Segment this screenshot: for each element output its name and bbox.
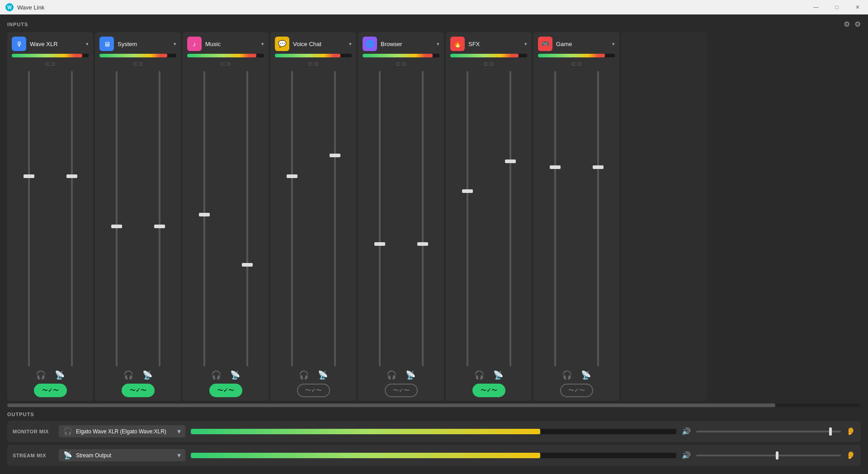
channel-dropdown-voice-chat[interactable]: ▾ [349,41,352,47]
channel-dropdown-music[interactable]: ▾ [261,41,264,47]
output-device-dropdown-stream-mix[interactable]: ▾ [177,451,181,460]
headphone-icon-music[interactable]: 🎧 [211,370,221,380]
channel-dropdown-browser[interactable]: ▾ [437,41,439,47]
wave-btn-voice-chat[interactable]: 〜✓〜 [297,384,330,397]
fader1-handle-browser[interactable] [374,242,385,246]
output-row-stream-mix: STREAM MIX 📡 Stream Output ▾ 🔊 👂 [7,445,861,466]
channel-icon-symbol: 🎙 [16,40,23,48]
channel-name-sfx: SFX [468,41,521,47]
output-fader-container-monitor-mix [696,431,841,432]
channel-name-music: Music [205,41,258,47]
fader1-handle-music[interactable] [199,213,210,216]
faders-music [187,69,264,368]
fader1-track [467,71,468,366]
output-meter-fill-stream-mix [191,453,540,458]
fader1-handle-wave-xlr[interactable] [24,174,34,178]
fader1-track [291,71,293,366]
broadcast-icon-voice-chat[interactable]: 📡 [318,370,328,380]
fader2-container-browser [406,71,439,366]
channel-name-browser: Browser [381,41,433,47]
output-row-monitor-mix: MONITOR MIX 🎧 Elgato Wave XLR (Elgato Wa… [7,421,861,442]
fader2-handle-music[interactable] [242,263,253,267]
channel-icon-symbol: 🖥 [104,40,110,48]
close-button[interactable]: ✕ [847,0,868,14]
wave-btn-system[interactable]: 〜✓〜 [122,384,155,397]
link-icon-wave-xlr[interactable]: ⊂⊃ [12,60,89,67]
fader2-track [597,71,599,366]
fader1-handle-game[interactable] [550,165,561,169]
broadcast-icon-wave-xlr[interactable]: 📡 [55,370,65,380]
broadcast-icon-game[interactable]: 📡 [581,370,591,380]
channel-bottom-voice-chat: 🎧 📡 〜✓〜 [275,370,352,397]
fader2-container-system [142,71,176,366]
output-fader-handle-stream-mix[interactable] [776,451,778,460]
channel-dropdown-system[interactable]: ▾ [174,41,176,47]
fader1-handle-system[interactable] [111,225,122,228]
link-icon-game[interactable]: ⊂⊃ [538,60,615,67]
headphone-icon-voice-chat[interactable]: 🎧 [299,370,309,380]
output-device-stream-mix[interactable]: 📡 Stream Output ▾ [59,449,185,461]
headphone-icon-sfx[interactable]: 🎧 [474,370,484,380]
monitor-controls-music: 🎧 📡 [211,370,240,380]
channel-music: ♪ Music ▾ ⊂⊃ 🎧 📡 〜✓〜 [183,32,269,401]
channel-dropdown-game[interactable]: ▾ [612,41,615,47]
channel-dropdown-sfx[interactable]: ▾ [524,41,527,47]
horizontal-scrollbar[interactable] [7,404,861,407]
link-icon-sfx[interactable]: ⊂⊃ [450,60,527,67]
broadcast-icon-music[interactable]: 📡 [230,370,240,380]
level-meter-fill-system [99,54,167,57]
fader2-handle-voice-chat[interactable] [330,154,340,157]
output-headphone-monitor-mix[interactable]: 👂 [846,427,855,436]
fader2-handle-browser[interactable] [417,242,428,246]
level-meter-music [187,54,264,57]
fader2-track [334,71,336,366]
link-icon-voice-chat[interactable]: ⊂⊃ [275,60,352,67]
channel-icon-voice-chat: 💬 [275,37,289,51]
output-fader-stream-mix[interactable] [696,455,841,456]
output-fader-monitor-mix[interactable] [696,431,841,432]
fader2-handle-system[interactable] [154,225,165,228]
window-controls: — □ ✕ [806,0,868,14]
channel-dropdown-wave-xlr[interactable]: ▾ [86,41,89,47]
channel-icon-game: 🎮 [538,37,552,51]
broadcast-icon-system[interactable]: 📡 [142,370,152,380]
headphone-icon-game[interactable]: 🎧 [562,370,572,380]
maximize-button[interactable]: □ [826,0,847,14]
link-icon-system[interactable]: ⊂⊃ [99,60,176,67]
fader2-handle-game[interactable] [593,165,604,169]
link-icon-browser[interactable]: ⊂⊃ [363,60,439,67]
headphone-icon-system[interactable]: 🎧 [123,370,133,380]
minimize-button[interactable]: — [806,0,826,14]
fader2-handle-sfx[interactable] [505,160,516,163]
output-headphone-stream-mix[interactable]: 👂 [846,451,855,460]
wave-btn-game[interactable]: 〜✓〜 [560,384,593,397]
app-window: W Wave Link — □ ✕ INPUTS ⚙ ⚙ 🎙 Wave XLR … [0,0,868,474]
broadcast-icon-browser[interactable]: 📡 [406,370,415,380]
fader2-handle-wave-xlr[interactable] [66,174,77,178]
mixer-icon[interactable]: ⚙ [844,20,850,28]
channel-icon-sfx: 🔥 [450,37,465,51]
fader1-handle-voice-chat[interactable] [287,174,297,178]
channel-bottom-system: 🎧 📡 〜✓〜 [99,370,176,397]
output-device-dropdown-monitor-mix[interactable]: ▾ [177,427,181,436]
scroll-thumb [7,404,775,407]
settings-icon[interactable]: ⚙ [854,20,861,28]
level-meter-wave-xlr [12,54,89,57]
wave-btn-wave-xlr[interactable]: 〜✓〜 [34,384,67,397]
output-fader-handle-monitor-mix[interactable] [829,427,832,436]
wave-btn-music[interactable]: 〜✓〜 [209,384,242,397]
headphone-icon-wave-xlr[interactable]: 🎧 [36,370,46,380]
link-icon-music[interactable]: ⊂⊃ [187,60,264,67]
headphone-icon-browser[interactable]: 🎧 [387,370,396,380]
wave-btn-sfx[interactable]: 〜✓〜 [472,384,505,397]
fader2-track [159,71,160,366]
broadcast-icon-sfx[interactable]: 📡 [493,370,503,380]
fader1-handle-sfx[interactable] [462,189,473,193]
output-device-monitor-mix[interactable]: 🎧 Elgato Wave XLR (Elgato Wave:XLR) ▾ [59,425,185,437]
wave-btn-browser[interactable]: 〜✓〜 [385,384,418,397]
app-title: Wave Link [17,4,44,11]
volume-icon-stream-mix[interactable]: 🔊 [682,451,691,460]
volume-icon-monitor-mix[interactable]: 🔊 [682,427,691,436]
channel-browser: 🌐 Browser ▾ ⊂⊃ 🎧 📡 〜✓ [358,32,444,401]
fader1-track [28,71,30,366]
